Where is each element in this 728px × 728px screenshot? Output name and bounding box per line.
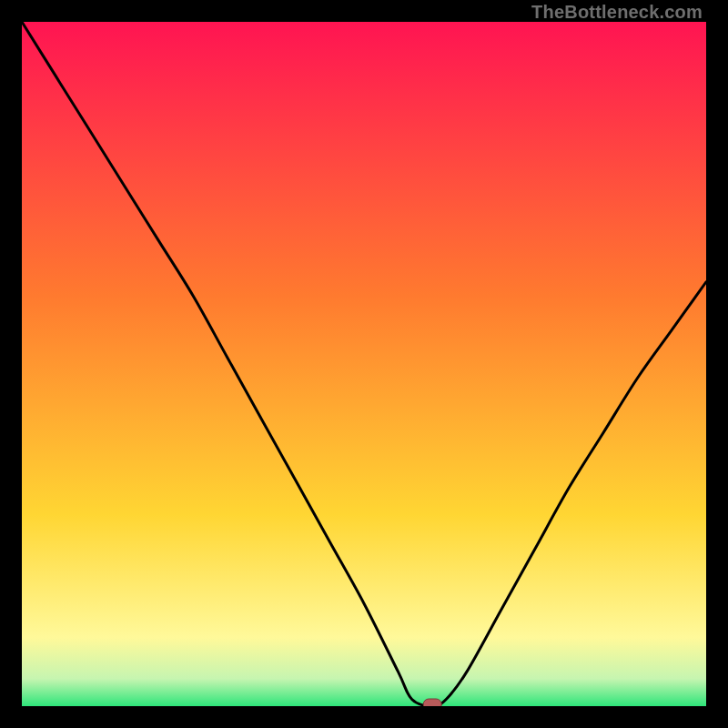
bottleneck-chart (22, 22, 706, 706)
optimum-marker (423, 699, 441, 706)
watermark-text: TheBottleneck.com (531, 2, 703, 23)
chart-frame (22, 22, 706, 706)
